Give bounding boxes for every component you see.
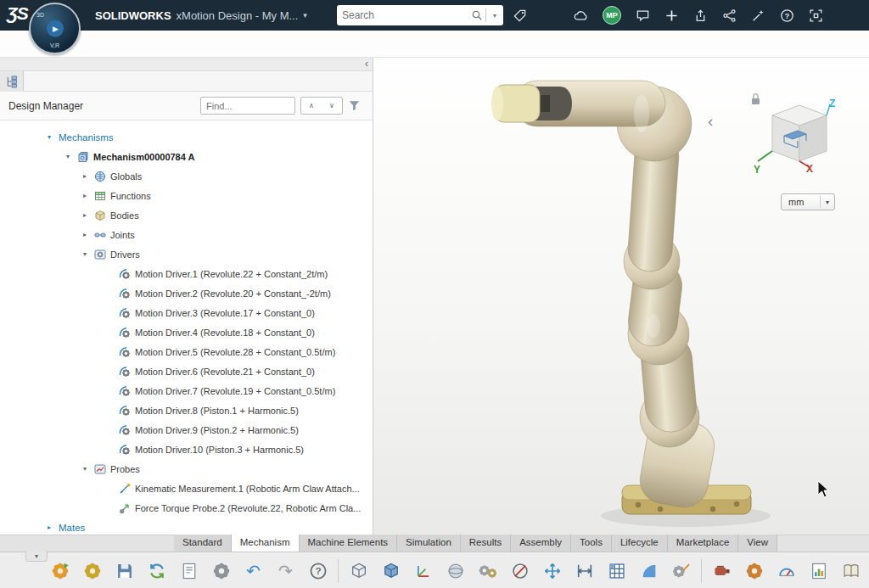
redo-button[interactable]: ↷ [273,558,298,583]
insert-component-button[interactable] [378,558,403,583]
gear-pair-button[interactable] [475,558,500,583]
expand-chevron-icon[interactable]: ▾ [48,133,59,141]
tree-item[interactable]: ▸Functions [0,186,373,205]
report-button[interactable] [806,558,831,583]
tree-item[interactable]: ▾Mechanisms [0,127,373,147]
options-button[interactable] [80,558,104,583]
tree-item[interactable]: Kinematic Measurement.1 (Robotic Arm Cla… [0,479,373,498]
tree-item[interactable]: Motion Driver.4 (Revolute.18 + Constant_… [0,322,373,342]
help-icon[interactable]: ? [780,8,794,23]
find-prev-next-control[interactable]: ∧∨ [300,97,343,115]
save-button[interactable] [112,558,137,583]
tree-item[interactable]: ▸Joints [0,225,373,244]
units-dropdown[interactable]: mm ▼ [781,193,835,210]
sketch-button[interactable] [346,558,371,583]
lock-icon[interactable] [752,94,760,105]
tree-item[interactable]: ▸Bodies [0,205,373,225]
tab-assembly[interactable]: Assembly [511,535,571,552]
expand-chevron-icon[interactable]: ▸ [48,524,59,531]
compass-play-icon[interactable]: ▶ [47,20,64,36]
tree-item[interactable]: Motion Driver.3 (Revolute.17 + Constant_… [0,303,373,322]
triad-button[interactable] [411,558,435,583]
avatar[interactable]: MP [603,6,621,25]
view-cube[interactable]: Y X Z [747,83,844,181]
tree-item[interactable]: Motion Driver.8 (Piston.1 + Harmonic.5) [0,400,373,420]
motor-button[interactable] [709,558,734,583]
filter-icon[interactable] [348,99,361,112]
tree-item[interactable]: ▸Globals [0,166,373,186]
3dexperience-compass[interactable]: 3D ▶ V,R [29,3,81,54]
tab-view[interactable]: View [738,535,777,552]
search-icon[interactable] [468,9,485,21]
tree-item[interactable]: ▾Mechanism00000784 A [0,147,373,166]
find-input[interactable] [200,97,295,115]
tree-item[interactable]: Motion Driver.9 (Piston.2 + Harmonic.5) [0,420,373,440]
tab-results[interactable]: Results [461,535,511,552]
tab-tools[interactable]: Tools [571,535,612,552]
tab-standard[interactable]: Standard [174,535,232,552]
tree-item[interactable]: ▸Mates [0,518,373,535]
search-scope-chevron-icon[interactable]: ▾ [486,12,503,20]
search-input[interactable] [337,9,468,21]
units-chevron-down-icon[interactable]: ▼ [821,199,834,205]
undo-button[interactable]: ↶ [241,558,266,583]
tag-icon[interactable] [513,8,527,23]
update-button[interactable] [48,558,72,583]
pattern-button[interactable] [604,558,629,583]
expand-chevron-icon[interactable]: ▾ [83,250,94,258]
section-view-button[interactable] [507,558,532,583]
robot-tool-cap[interactable] [491,85,540,122]
add-icon[interactable] [664,8,679,23]
help-button[interactable]: ? [306,558,330,583]
tree-item[interactable]: Force Torque Probe.2 (Revolute.22, Robot… [0,498,373,518]
settings-button[interactable] [209,558,233,583]
cloud-icon[interactable] [574,8,588,23]
panel-collapse-button[interactable]: ‹ [365,58,368,70]
expand-chevron-icon[interactable]: ▸ [83,231,94,238]
share-icon[interactable] [693,8,708,23]
expand-chevron-icon[interactable]: ▾ [83,465,94,473]
viewport-panel-toggle[interactable]: ‹ [708,112,713,131]
tree-item[interactable]: Motion Driver.10 (Piston.3 + Harmonic.5) [0,440,373,459]
expand-chevron-icon[interactable]: ▾ [66,153,77,160]
app-title[interactable]: xMotion Design - My M... [177,9,299,22]
mechanism-button[interactable] [443,558,468,583]
animate-button[interactable] [636,558,661,583]
viewport-3d[interactable]: Y X Z mm ▼ ‹ [373,58,869,535]
tree-item[interactable]: Motion Driver.6 (Revolute.21 + Constant_… [0,361,373,381]
properties-button[interactable] [177,558,201,583]
find-next-icon[interactable]: ∨ [329,102,334,109]
expand-chevron-icon[interactable]: ▸ [83,211,94,219]
tree-item[interactable]: Motion Driver.5 (Revolute.28 + Constant_… [0,342,373,361]
wand-icon[interactable] [751,8,765,23]
chat-icon[interactable] [636,8,650,23]
gear-tool-button[interactable] [742,558,766,583]
move-component-button[interactable] [540,558,564,583]
tree-item[interactable]: Motion Driver.1 (Revolute.22 + Constant_… [0,264,373,283]
measure-button[interactable] [572,558,597,583]
tab-simulation[interactable]: Simulation [397,535,461,552]
tab-mechanism[interactable]: Mechanism [232,535,300,552]
tree-item[interactable]: Motion Driver.7 (Revolute.19 + Constant_… [0,381,373,400]
search-box[interactable]: ▾ [337,5,503,25]
notebook-button[interactable] [838,558,863,583]
refresh-button[interactable] [144,558,169,583]
share-nodes-icon[interactable] [722,8,737,23]
tab-machine-elements[interactable]: Machine Elements [300,535,398,552]
tree-item[interactable]: ▾Drivers [0,244,373,264]
configure-button[interactable] [669,558,693,583]
expand-chevron-icon[interactable]: ▸ [83,192,94,199]
title-chevron-down-icon[interactable]: ▾ [303,11,307,20]
tab-marketplace[interactable]: Marketplace [668,535,739,552]
robot-claw[interactable] [535,87,572,120]
find-prev-icon[interactable]: ∧ [309,102,314,109]
tree-item[interactable]: ▾Probes [0,459,373,479]
app-title-group[interactable]: SOLIDWORKS xMotion Design - My M... ▾ [95,0,307,31]
tree-item[interactable]: Motion Driver.2 (Revolute.20 + Constant_… [0,283,373,303]
3ds-logo[interactable]: ƷS [7,3,28,24]
toolbar-collapse-button[interactable]: ▾ [25,552,48,562]
fullscreen-icon[interactable] [809,8,823,23]
tree-view-tab[interactable] [0,71,24,92]
expand-chevron-icon[interactable]: ▸ [83,172,94,180]
tab-lifecycle[interactable]: Lifecycle [612,535,668,552]
